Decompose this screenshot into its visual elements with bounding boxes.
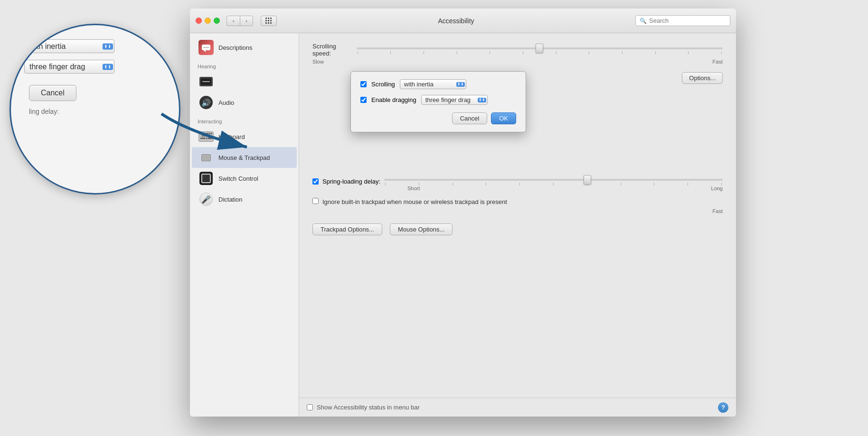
- maximize-button[interactable]: [214, 18, 220, 24]
- fast-label: Fast: [713, 59, 723, 65]
- fast2-label: Fast: [312, 208, 723, 214]
- sidebar-item-label: Descriptions: [218, 44, 253, 51]
- mouse-trackpad-icon: [198, 150, 214, 165]
- scrolling-row: Scrolling with inertia: [360, 79, 516, 89]
- options-popup: Scrolling with inertia Enable dragging: [350, 71, 526, 132]
- apps-grid-button[interactable]: [261, 16, 277, 26]
- status-bar-label: Show Accessibility status in menu bar: [317, 404, 420, 411]
- search-box[interactable]: 🔍: [635, 15, 730, 26]
- delay-labels: Short Long: [312, 186, 723, 191]
- trackpad-options-button[interactable]: Trackpad Options...: [312, 223, 382, 235]
- spring-loading-thumb[interactable]: [584, 175, 591, 185]
- ignore-trackpad-row: Ignore built-in trackpad when mouse or w…: [312, 198, 723, 206]
- minimize-button[interactable]: [205, 18, 211, 24]
- audio-icon: 🔊: [198, 95, 214, 110]
- dragging-select-wrapper: three finger drag: [421, 95, 488, 105]
- dragging-checkbox[interactable]: [360, 97, 367, 103]
- captions-icon: [198, 74, 214, 89]
- spring-loading-slider-wrapper: [384, 177, 723, 186]
- accessibility-window: ‹ › Accessibility 🔍: [190, 9, 736, 417]
- circle-select-row-1: with inertia: [24, 39, 166, 53]
- window-title: Accessibility: [281, 17, 632, 25]
- back-button[interactable]: ‹: [226, 16, 240, 26]
- spring-loading-section: Spring-loading delay:: [312, 177, 723, 191]
- spring-loading-row: Spring-loading delay:: [312, 177, 723, 186]
- close-button[interactable]: [196, 18, 202, 24]
- ignore-trackpad-checkbox[interactable]: [312, 198, 319, 204]
- spring-loading-label: Spring-loading delay:: [322, 178, 380, 185]
- sidebar-item-label: Dictation: [218, 196, 243, 203]
- cancel-button[interactable]: Cancel: [452, 112, 487, 124]
- circle-select-row-2: three finger drag: [24, 60, 166, 74]
- status-bar-checkbox[interactable]: [307, 404, 313, 410]
- switch-control-icon: [198, 171, 214, 186]
- status-checkbox-row: Show Accessibility status in menu bar: [307, 404, 420, 411]
- scrolling-speed-row: Scrolling speed:: [312, 43, 723, 57]
- main-scroll-area: Scrolling speed:: [312, 43, 723, 235]
- magnified-circle: with inertia three finger drag Cancel li…: [9, 24, 180, 195]
- ok-button[interactable]: OK: [491, 112, 516, 124]
- circle-select-1[interactable]: with inertia: [24, 39, 114, 53]
- sidebar-item-keyboard[interactable]: Keyboard: [192, 126, 297, 147]
- scrolling-speed-label: Scrolling speed:: [312, 43, 352, 57]
- ignore-trackpad-label: Ignore built-in trackpad when mouse or w…: [322, 198, 507, 206]
- sidebar-item-label: Switch Control: [218, 175, 258, 182]
- dragging-select[interactable]: three finger drag: [421, 95, 488, 105]
- scrolling-speed-section: Scrolling speed:: [312, 43, 723, 65]
- status-bar: Show Accessibility status in menu bar ?: [299, 398, 736, 417]
- sidebar: Descriptions Hearing 🔊: [190, 33, 299, 417]
- popup-buttons: Cancel OK: [360, 112, 516, 124]
- bottom-buttons-row: Trackpad Options... Mouse Options...: [312, 223, 723, 235]
- dragging-row: Enable dragging three finger drag: [360, 95, 516, 105]
- dictation-icon: 🎤: [198, 192, 214, 207]
- mouse-options-button[interactable]: Mouse Options...: [390, 223, 453, 235]
- scrolling-speed-track: [357, 47, 723, 49]
- sidebar-item-dictation[interactable]: 🎤 Dictation: [192, 189, 297, 210]
- scrolling-label: Scrolling: [371, 81, 395, 88]
- interacting-section-label: Interacting: [190, 113, 299, 126]
- spring-loading-checkbox[interactable]: [312, 178, 319, 185]
- sidebar-item-label: Audio: [218, 99, 234, 106]
- sidebar-item-audio[interactable]: 🔊 Audio: [192, 92, 297, 113]
- forward-button[interactable]: ›: [240, 16, 253, 26]
- sidebar-item-label: Mouse & Trackpad: [218, 154, 270, 161]
- sidebar-item-label: Keyboard: [218, 133, 245, 140]
- circle-select-wrapper-2: three finger drag: [24, 60, 114, 74]
- hearing-section-label: Hearing: [190, 58, 299, 71]
- slow-label: Slow: [312, 59, 324, 65]
- dragging-label: Enable dragging: [371, 96, 416, 103]
- sidebar-item-switch-control[interactable]: Switch Control: [192, 168, 297, 189]
- mic-icon-glyph: 🎤: [201, 195, 211, 204]
- circle-select-wrapper-1: with inertia: [24, 39, 114, 53]
- traffic-lights: [196, 18, 220, 24]
- scrolling-speed-slider-wrapper: [357, 46, 723, 54]
- short-label: Short: [407, 186, 420, 191]
- scrolling-checkbox[interactable]: [360, 81, 367, 87]
- long-label: Long: [711, 186, 723, 191]
- spring-loading-track: [384, 179, 723, 181]
- options-button[interactable]: Options...: [682, 72, 723, 84]
- scrolling-speed-thumb[interactable]: [536, 44, 543, 53]
- search-input[interactable]: [649, 17, 720, 24]
- content-area: Descriptions Hearing 🔊: [190, 33, 736, 417]
- spring-tick-row: [384, 183, 723, 186]
- scrolling-select[interactable]: with inertia: [400, 79, 466, 89]
- sidebar-item-captions[interactable]: [192, 71, 297, 92]
- grid-icon: [265, 18, 272, 24]
- help-button[interactable]: ?: [718, 402, 728, 413]
- titlebar: ‹ › Accessibility 🔍: [190, 9, 736, 33]
- keyboard-icon: [198, 129, 214, 144]
- speed-labels: Slow Fast: [312, 59, 723, 65]
- descriptions-icon: [198, 40, 214, 55]
- circle-cancel-button[interactable]: Cancel: [29, 85, 76, 101]
- search-icon: 🔍: [640, 18, 647, 24]
- scrolling-select-wrapper: with inertia: [400, 79, 466, 89]
- sidebar-item-descriptions[interactable]: Descriptions: [192, 37, 297, 58]
- main-panel: Scrolling speed:: [299, 33, 736, 417]
- circle-content: with inertia three finger drag Cancel li…: [11, 25, 179, 125]
- circle-partial-text: ling delay:: [24, 108, 166, 115]
- sidebar-item-mouse-trackpad[interactable]: Mouse & Trackpad: [192, 147, 297, 168]
- circle-select-2[interactable]: three finger drag: [24, 60, 114, 74]
